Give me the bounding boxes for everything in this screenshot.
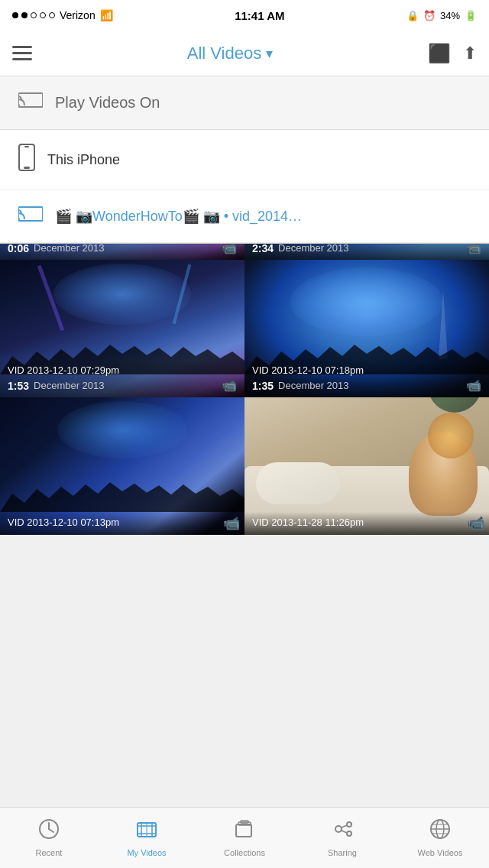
battery-label: 34% xyxy=(440,10,460,21)
tab-bar: Recent My Videos Collections xyxy=(0,807,489,868)
cast-header-icon xyxy=(18,90,43,115)
tab-web-videos[interactable]: Web Videos xyxy=(391,812,489,863)
nav-right-actions: ⬛ ⬆ xyxy=(428,43,477,64)
bedroom-toy xyxy=(428,397,481,413)
video-date-0: December 2013 xyxy=(34,242,222,254)
video-cell-4[interactable]: VID 2013-12-10 07:13pm 📹 xyxy=(0,397,244,535)
svg-rect-2 xyxy=(19,144,34,170)
nav-title-text: All Videos xyxy=(187,44,261,63)
clock-icon xyxy=(38,818,60,845)
collection-icon xyxy=(234,818,255,845)
status-left: Verizon 📶 xyxy=(12,9,113,21)
video-date-3: December 2013 xyxy=(278,380,466,391)
video-meta-3: 1:35 December 2013 📹 xyxy=(252,378,481,393)
svg-line-23 xyxy=(342,831,347,833)
all-videos-dropdown-button[interactable]: All Videos ▾ xyxy=(187,44,273,63)
video-info-5: VID 2013-11-28 11:26pm xyxy=(244,512,489,535)
iphone-icon xyxy=(18,144,35,176)
video-duration-2: 1:53 xyxy=(8,380,29,392)
tab-web-videos-label: Web Videos xyxy=(418,848,463,857)
nav-bar: All Videos ▾ ⬛ ⬆ xyxy=(0,31,489,76)
cast-item-icon xyxy=(18,204,43,228)
video-cell-5[interactable]: VID 2013-11-28 11:26pm 📹 xyxy=(244,397,489,535)
video-info-3: VID 2013-12-10 07:18pm 1:35 December 201… xyxy=(244,360,489,397)
wifi-icon: 📶 xyxy=(100,9,113,21)
dropdown-iphone-label: This iPhone xyxy=(47,152,120,168)
sharing-icon xyxy=(332,818,353,845)
tab-recent-label: Recent xyxy=(36,848,63,857)
battery-icon: 🔋 xyxy=(465,10,477,21)
chevron-down-icon: ▾ xyxy=(266,45,273,62)
svg-line-9 xyxy=(49,829,53,832)
svg-point-21 xyxy=(347,831,351,836)
video-cam-icon-4: 📹 xyxy=(223,515,240,532)
svg-point-20 xyxy=(347,822,351,827)
status-right: 🔒 ⏰ 34% 🔋 xyxy=(406,10,477,21)
tab-collections[interactable]: Collections xyxy=(196,812,293,863)
lock-icon: 🔒 xyxy=(406,10,419,21)
tab-my-videos-label: My Videos xyxy=(127,848,166,857)
hamburger-menu[interactable] xyxy=(12,46,32,60)
video-grid-row3: VID 2013-12-10 07:13pm 📹 VID 2013-11-28 … xyxy=(0,397,489,535)
video-info-4: VID 2013-12-10 07:13pm xyxy=(0,512,244,535)
svg-rect-16 xyxy=(236,824,251,837)
bedroom-pillow xyxy=(256,462,340,504)
video-title-4: VID 2013-12-10 07:13pm xyxy=(8,517,237,528)
video-date-1: December 2013 xyxy=(278,242,466,254)
cast-icon[interactable]: ⬛ xyxy=(428,43,451,64)
svg-rect-3 xyxy=(24,167,30,169)
video-cell-2[interactable]: VID 2013-12-10 07:29pm 1:53 December 201… xyxy=(0,260,244,397)
dropdown-item-iphone[interactable]: This iPhone xyxy=(0,130,489,190)
video-cam-icon-3: 📹 xyxy=(466,378,481,393)
video-meta-2: 1:53 December 2013 📹 xyxy=(8,378,237,393)
video-info-2: VID 2013-12-10 07:29pm 1:53 December 201… xyxy=(0,360,244,397)
share-icon[interactable]: ⬆ xyxy=(463,44,477,63)
svg-point-19 xyxy=(335,826,342,832)
video-title-2: VID 2013-12-10 07:29pm xyxy=(8,364,237,376)
web-icon xyxy=(429,818,451,845)
film-icon xyxy=(136,818,157,845)
signal-dots xyxy=(12,12,55,18)
time-display: 11:41 AM xyxy=(235,9,284,22)
video-duration-3: 1:35 xyxy=(252,380,274,392)
bedroom-face xyxy=(428,413,474,458)
dropdown-header: Play Videos On xyxy=(0,76,489,130)
video-cam-icon-2: 📹 xyxy=(222,378,237,393)
alarm-icon: ⏰ xyxy=(423,10,436,21)
dropdown-header-text: Play Videos On xyxy=(55,94,160,112)
video-title-5: VID 2013-11-28 11:26pm xyxy=(252,517,481,528)
tab-collections-label: Collections xyxy=(224,848,265,857)
tab-sharing[interactable]: Sharing xyxy=(293,812,391,863)
video-grid-row2: VID 2013-12-10 07:29pm 1:53 December 201… xyxy=(0,260,489,397)
dropdown-item-cast[interactable]: 🎬 📷WonderHowTo🎬 📷 • vid_2014… xyxy=(0,190,489,243)
svg-line-22 xyxy=(342,825,347,828)
status-bar: Verizon 📶 11:41 AM 🔒 ⏰ 34% 🔋 xyxy=(0,0,489,31)
carrier-label: Verizon xyxy=(60,9,96,21)
video-cell-3[interactable]: VID 2013-12-10 07:18pm 1:35 December 201… xyxy=(244,260,489,397)
video-title-3: VID 2013-12-10 07:18pm xyxy=(252,364,481,376)
tab-recent[interactable]: Recent xyxy=(0,812,98,863)
play-videos-dropdown: Play Videos On This iPhone 🎬 📷WonderHowT… xyxy=(0,76,489,244)
video-cam-icon-5: 📹 xyxy=(468,515,484,532)
video-date-2: December 2013 xyxy=(34,380,222,391)
tab-my-videos[interactable]: My Videos xyxy=(98,812,196,863)
dropdown-cast-label: 🎬 📷WonderHowTo🎬 📷 • vid_2014… xyxy=(55,208,302,225)
tab-sharing-label: Sharing xyxy=(328,848,357,857)
